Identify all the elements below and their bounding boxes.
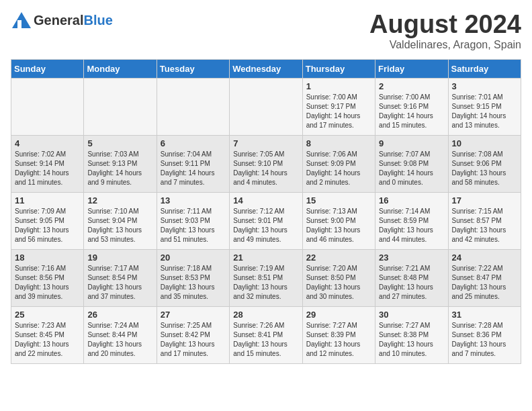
calendar-week-row: 18Sunrise: 7:16 AM Sunset: 8:56 PM Dayli… bbox=[11, 249, 521, 306]
day-info: Sunrise: 7:14 AM Sunset: 8:59 PM Dayligh… bbox=[379, 207, 444, 244]
calendar-cell: 29Sunrise: 7:27 AM Sunset: 8:39 PM Dayli… bbox=[302, 306, 375, 363]
calendar-cell bbox=[230, 78, 302, 135]
calendar-cell: 9Sunrise: 7:07 AM Sunset: 9:08 PM Daylig… bbox=[375, 135, 448, 192]
day-info: Sunrise: 7:18 AM Sunset: 8:53 PM Dayligh… bbox=[161, 264, 226, 302]
day-number: 10 bbox=[452, 138, 517, 148]
page-header: GeneralBlue August 2024 Valdelinares, Ar… bbox=[11, 11, 521, 51]
day-info: Sunrise: 7:15 AM Sunset: 8:57 PM Dayligh… bbox=[452, 207, 517, 244]
calendar-cell: 26Sunrise: 7:24 AM Sunset: 8:44 PM Dayli… bbox=[84, 306, 157, 363]
calendar-cell: 14Sunrise: 7:12 AM Sunset: 9:01 PM Dayli… bbox=[230, 192, 302, 249]
day-info: Sunrise: 7:03 AM Sunset: 9:13 PM Dayligh… bbox=[87, 150, 152, 187]
day-number: 9 bbox=[379, 138, 444, 148]
calendar-cell: 16Sunrise: 7:14 AM Sunset: 8:59 PM Dayli… bbox=[375, 192, 448, 249]
day-number: 6 bbox=[161, 138, 226, 148]
day-number: 24 bbox=[452, 253, 517, 263]
calendar-cell: 13Sunrise: 7:11 AM Sunset: 9:03 PM Dayli… bbox=[157, 192, 229, 249]
day-number: 15 bbox=[306, 195, 371, 205]
location-subtitle: Valdelinares, Aragon, Spain bbox=[369, 39, 521, 51]
day-info: Sunrise: 7:11 AM Sunset: 9:03 PM Dayligh… bbox=[161, 207, 226, 244]
day-number: 28 bbox=[233, 310, 298, 320]
calendar-cell: 17Sunrise: 7:15 AM Sunset: 8:57 PM Dayli… bbox=[448, 192, 521, 249]
day-info: Sunrise: 7:28 AM Sunset: 8:36 PM Dayligh… bbox=[452, 321, 517, 359]
calendar-cell: 20Sunrise: 7:18 AM Sunset: 8:53 PM Dayli… bbox=[157, 249, 229, 306]
day-info: Sunrise: 7:25 AM Sunset: 8:42 PM Dayligh… bbox=[161, 321, 226, 359]
header-saturday: Saturday bbox=[448, 59, 521, 78]
day-number: 8 bbox=[306, 138, 371, 148]
calendar-cell: 19Sunrise: 7:17 AM Sunset: 8:54 PM Dayli… bbox=[84, 249, 157, 306]
header-sunday: Sunday bbox=[11, 59, 84, 78]
day-number: 16 bbox=[379, 195, 444, 205]
logo-icon bbox=[11, 11, 32, 30]
calendar-cell: 8Sunrise: 7:06 AM Sunset: 9:09 PM Daylig… bbox=[302, 135, 375, 192]
calendar-cell: 7Sunrise: 7:05 AM Sunset: 9:10 PM Daylig… bbox=[230, 135, 302, 192]
day-info: Sunrise: 7:12 AM Sunset: 9:01 PM Dayligh… bbox=[233, 207, 298, 244]
day-info: Sunrise: 7:02 AM Sunset: 9:14 PM Dayligh… bbox=[15, 150, 80, 187]
month-year-title: August 2024 bbox=[369, 11, 521, 39]
calendar-cell: 10Sunrise: 7:08 AM Sunset: 9:06 PM Dayli… bbox=[448, 135, 521, 192]
calendar-cell bbox=[11, 78, 84, 135]
day-number: 20 bbox=[161, 253, 226, 263]
calendar-week-row: 25Sunrise: 7:23 AM Sunset: 8:45 PM Dayli… bbox=[11, 306, 521, 363]
day-number: 4 bbox=[15, 138, 80, 148]
calendar-header-row: Sunday Monday Tuesday Wednesday Thursday… bbox=[11, 59, 521, 78]
header-friday: Friday bbox=[375, 59, 448, 78]
calendar-cell bbox=[84, 78, 157, 135]
day-info: Sunrise: 7:06 AM Sunset: 9:09 PM Dayligh… bbox=[306, 150, 371, 187]
day-info: Sunrise: 7:16 AM Sunset: 8:56 PM Dayligh… bbox=[15, 264, 80, 302]
calendar-week-row: 4Sunrise: 7:02 AM Sunset: 9:14 PM Daylig… bbox=[11, 135, 521, 192]
calendar-cell: 27Sunrise: 7:25 AM Sunset: 8:42 PM Dayli… bbox=[157, 306, 229, 363]
day-info: Sunrise: 7:13 AM Sunset: 9:00 PM Dayligh… bbox=[306, 207, 371, 244]
calendar-cell: 21Sunrise: 7:19 AM Sunset: 8:51 PM Dayli… bbox=[230, 249, 302, 306]
calendar-cell: 1Sunrise: 7:00 AM Sunset: 9:17 PM Daylig… bbox=[302, 78, 375, 135]
svg-rect-1 bbox=[17, 20, 21, 28]
calendar-cell: 18Sunrise: 7:16 AM Sunset: 8:56 PM Dayli… bbox=[11, 249, 84, 306]
day-number: 26 bbox=[87, 310, 152, 320]
day-number: 5 bbox=[87, 138, 152, 148]
day-number: 22 bbox=[306, 253, 371, 263]
calendar-cell: 5Sunrise: 7:03 AM Sunset: 9:13 PM Daylig… bbox=[84, 135, 157, 192]
calendar-cell: 6Sunrise: 7:04 AM Sunset: 9:11 PM Daylig… bbox=[157, 135, 229, 192]
calendar-cell: 11Sunrise: 7:09 AM Sunset: 9:05 PM Dayli… bbox=[11, 192, 84, 249]
day-number: 21 bbox=[233, 253, 298, 263]
calendar-week-row: 1Sunrise: 7:00 AM Sunset: 9:17 PM Daylig… bbox=[11, 78, 521, 135]
day-info: Sunrise: 7:27 AM Sunset: 8:38 PM Dayligh… bbox=[379, 321, 444, 359]
day-number: 3 bbox=[452, 81, 517, 91]
day-number: 31 bbox=[452, 310, 517, 320]
day-info: Sunrise: 7:23 AM Sunset: 8:45 PM Dayligh… bbox=[15, 321, 80, 359]
calendar-table: Sunday Monday Tuesday Wednesday Thursday… bbox=[11, 59, 521, 364]
day-number: 14 bbox=[233, 195, 298, 205]
day-info: Sunrise: 7:21 AM Sunset: 8:48 PM Dayligh… bbox=[379, 264, 444, 302]
day-number: 12 bbox=[87, 195, 152, 205]
day-info: Sunrise: 7:07 AM Sunset: 9:08 PM Dayligh… bbox=[379, 150, 444, 187]
calendar-cell: 12Sunrise: 7:10 AM Sunset: 9:04 PM Dayli… bbox=[84, 192, 157, 249]
calendar-cell: 23Sunrise: 7:21 AM Sunset: 8:48 PM Dayli… bbox=[375, 249, 448, 306]
day-number: 7 bbox=[233, 138, 298, 148]
day-number: 18 bbox=[15, 253, 80, 263]
calendar-cell: 22Sunrise: 7:20 AM Sunset: 8:50 PM Dayli… bbox=[302, 249, 375, 306]
day-number: 25 bbox=[15, 310, 80, 320]
day-info: Sunrise: 7:19 AM Sunset: 8:51 PM Dayligh… bbox=[233, 264, 298, 302]
day-number: 29 bbox=[306, 310, 371, 320]
calendar-cell: 15Sunrise: 7:13 AM Sunset: 9:00 PM Dayli… bbox=[302, 192, 375, 249]
day-info: Sunrise: 7:17 AM Sunset: 8:54 PM Dayligh… bbox=[87, 264, 152, 302]
logo-general: General bbox=[34, 13, 83, 28]
day-info: Sunrise: 7:04 AM Sunset: 9:11 PM Dayligh… bbox=[161, 150, 226, 187]
day-number: 11 bbox=[15, 195, 80, 205]
day-info: Sunrise: 7:27 AM Sunset: 8:39 PM Dayligh… bbox=[306, 321, 371, 359]
calendar-week-row: 11Sunrise: 7:09 AM Sunset: 9:05 PM Dayli… bbox=[11, 192, 521, 249]
calendar-cell: 4Sunrise: 7:02 AM Sunset: 9:14 PM Daylig… bbox=[11, 135, 84, 192]
calendar-cell: 28Sunrise: 7:26 AM Sunset: 8:41 PM Dayli… bbox=[230, 306, 302, 363]
calendar-cell: 3Sunrise: 7:01 AM Sunset: 9:15 PM Daylig… bbox=[448, 78, 521, 135]
logo: GeneralBlue bbox=[11, 11, 113, 30]
day-info: Sunrise: 7:10 AM Sunset: 9:04 PM Dayligh… bbox=[87, 207, 152, 244]
day-number: 27 bbox=[161, 310, 226, 320]
day-info: Sunrise: 7:24 AM Sunset: 8:44 PM Dayligh… bbox=[87, 321, 152, 359]
day-info: Sunrise: 7:00 AM Sunset: 9:16 PM Dayligh… bbox=[379, 93, 444, 130]
header-thursday: Thursday bbox=[302, 59, 375, 78]
logo-blue: Blue bbox=[83, 13, 112, 28]
day-number: 13 bbox=[161, 195, 226, 205]
day-info: Sunrise: 7:08 AM Sunset: 9:06 PM Dayligh… bbox=[452, 150, 517, 187]
day-number: 2 bbox=[379, 81, 444, 91]
day-number: 17 bbox=[452, 195, 517, 205]
day-info: Sunrise: 7:01 AM Sunset: 9:15 PM Dayligh… bbox=[452, 93, 517, 130]
